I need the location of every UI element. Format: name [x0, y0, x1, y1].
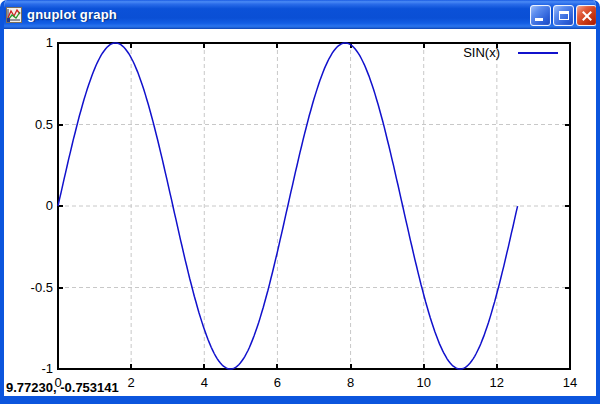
- legend-label: SIN(x): [400, 45, 500, 60]
- plot-canvas[interactable]: [4, 29, 596, 396]
- plot-client-area[interactable]: -1-0.500.51 02468101214 SIN(x) 9.77230, …: [4, 29, 596, 396]
- y-tick-label: -0.5: [4, 281, 53, 295]
- x-tick-label: 4: [184, 376, 224, 390]
- gnuplot-window: gnuplot graph -1-0.500.51 02468101214 SI…: [0, 0, 600, 404]
- y-tick-label: -1: [4, 362, 53, 376]
- x-tick-label: 10: [404, 376, 444, 390]
- close-button[interactable]: [576, 5, 597, 26]
- y-tick-label: 1: [4, 36, 53, 50]
- sine-curve: [58, 43, 518, 369]
- title-bar[interactable]: gnuplot graph: [0, 0, 600, 29]
- legend-line-sample: [518, 52, 558, 54]
- y-tick-label: 0.5: [4, 118, 53, 132]
- legend: SIN(x): [400, 45, 560, 61]
- x-tick-label: 8: [331, 376, 371, 390]
- x-tick-label: 14: [550, 376, 590, 390]
- titlebar-buttons: [530, 5, 597, 26]
- maximize-icon: [559, 11, 569, 20]
- gnuplot-app-icon: [6, 7, 22, 23]
- maximize-button[interactable]: [553, 5, 574, 26]
- minimize-button[interactable]: [530, 5, 551, 26]
- window-title: gnuplot graph: [27, 7, 530, 22]
- y-tick-label: 0: [4, 199, 53, 213]
- x-tick-label: 12: [477, 376, 517, 390]
- mouse-coordinates-readout: 9.77230, -0.753141: [6, 380, 119, 395]
- x-tick-label: 6: [257, 376, 297, 390]
- minimize-icon: [535, 18, 543, 21]
